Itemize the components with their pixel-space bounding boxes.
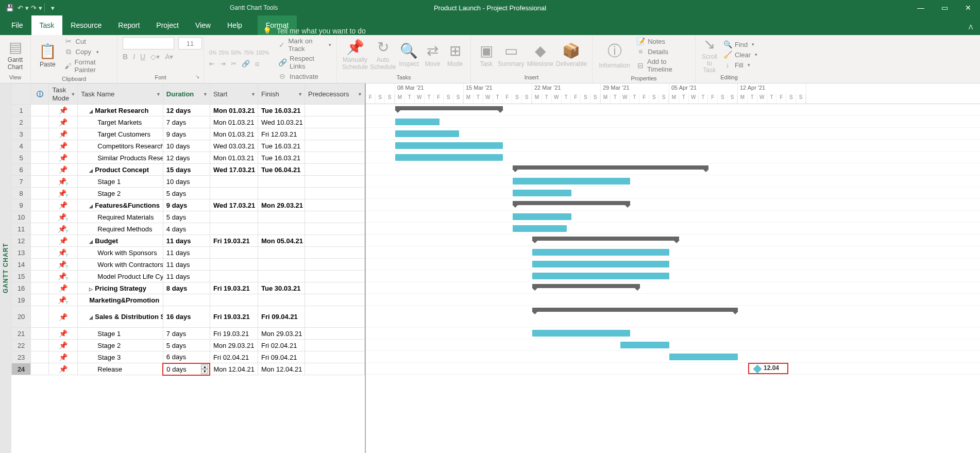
task-name-cell[interactable]: Stage 2: [78, 188, 163, 199]
start-cell[interactable]: Mon 12.04.21: [210, 363, 258, 375]
mode-button[interactable]: ⊞Mode: [445, 38, 465, 72]
font-size-select[interactable]: 11: [178, 37, 202, 49]
duration-cell[interactable]: 11 days: [163, 271, 210, 282]
chevron-down-icon[interactable]: ▼: [156, 92, 161, 97]
predecessors-cell[interactable]: [305, 282, 365, 294]
row-number[interactable]: 8: [12, 188, 31, 199]
predecessors-cell[interactable]: [305, 363, 365, 375]
duration-cell[interactable]: 4 days: [163, 223, 210, 235]
underline-button[interactable]: U: [140, 53, 145, 61]
task-mode-cell[interactable]: 📌: [49, 164, 78, 176]
task-name-cell[interactable]: Marketing&Promotion: [78, 294, 163, 306]
chevron-down-icon[interactable]: ▼: [203, 92, 208, 97]
row-number[interactable]: 16: [12, 282, 31, 294]
start-cell[interactable]: Mon 01.03.21: [210, 116, 258, 128]
row-number[interactable]: 23: [12, 351, 31, 363]
start-cell[interactable]: Mon 01.03.21: [210, 105, 258, 116]
task-name-cell[interactable]: Release: [78, 363, 163, 375]
task-bar[interactable]: [395, 130, 459, 137]
table-row[interactable]: 1📌Market Research12 daysMon 01.03.21Tue …: [12, 105, 365, 116]
task-bar[interactable]: [513, 178, 630, 184]
summary-bar[interactable]: [513, 201, 630, 205]
task-mode-cell[interactable]: 📌: [49, 235, 78, 247]
task-name-cell[interactable]: Required Methods: [78, 223, 163, 235]
task-bar[interactable]: [669, 354, 738, 360]
tab-resource[interactable]: Resource: [62, 15, 110, 35]
respect-links-button[interactable]: 🔗Respect Links: [278, 55, 331, 70]
task-mode-cell[interactable]: 📌: [49, 223, 78, 235]
finish-cell[interactable]: [258, 259, 305, 271]
start-cell[interactable]: [210, 259, 258, 271]
duration-cell[interactable]: 6 days: [163, 351, 210, 363]
col-duration[interactable]: Duration▼: [163, 84, 210, 105]
predecessors-cell[interactable]: [305, 259, 365, 271]
col-indicator[interactable]: ⓘ: [31, 84, 49, 105]
duration-cell[interactable]: 15 days: [163, 164, 210, 176]
gantt-chart-button[interactable]: ▤Gantt Chart: [5, 38, 25, 72]
predecessors-cell[interactable]: [305, 306, 365, 328]
duration-cell[interactable]: 7 days: [163, 116, 210, 128]
select-all-cell[interactable]: [12, 84, 31, 105]
finish-cell[interactable]: [258, 211, 305, 223]
predecessors-cell[interactable]: [305, 340, 365, 351]
task-bar[interactable]: [513, 213, 571, 220]
start-cell[interactable]: [210, 176, 258, 188]
task-name-cell[interactable]: Market Research: [78, 105, 163, 116]
predecessors-cell[interactable]: [305, 105, 365, 116]
start-cell[interactable]: Wed 17.03.21: [210, 199, 258, 211]
task-mode-cell[interactable]: 📌: [49, 188, 78, 199]
restore-button[interactable]: ▭: [933, 0, 956, 15]
task-bar[interactable]: [532, 273, 669, 279]
duration-cell[interactable]: 10 days: [163, 176, 210, 188]
close-button[interactable]: ✕: [956, 0, 980, 15]
row-number[interactable]: 4: [12, 140, 31, 152]
predecessors-cell[interactable]: [305, 176, 365, 188]
task-mode-cell[interactable]: 📌: [49, 199, 78, 211]
fill-color-button[interactable]: ◇▾: [150, 53, 160, 61]
start-cell[interactable]: Fri 02.04.21: [210, 351, 258, 363]
task-mode-cell[interactable]: 📌: [49, 328, 78, 340]
task-name-cell[interactable]: Similar Products Research: [78, 152, 163, 164]
duration-cell[interactable]: 11 days: [163, 259, 210, 271]
table-row[interactable]: 7📌Stage 110 days: [12, 176, 365, 188]
task-mode-cell[interactable]: 📌: [49, 105, 78, 116]
insert-task-button[interactable]: ▣Task: [476, 38, 497, 72]
duration-cell[interactable]: 8 days: [163, 282, 210, 294]
undo-icon[interactable]: ↶ ▾: [16, 1, 30, 14]
font-dialog-launcher[interactable]: ↘: [195, 74, 199, 79]
predecessors-cell[interactable]: [305, 271, 365, 282]
predecessors-cell[interactable]: [305, 223, 365, 235]
task-name-cell[interactable]: Competitors Research: [78, 140, 163, 152]
table-row[interactable]: 14📌Work with Contractors11 days: [12, 259, 365, 271]
task-bar[interactable]: [532, 330, 630, 337]
finish-cell[interactable]: [258, 271, 305, 282]
row-number[interactable]: 14: [12, 259, 31, 271]
table-row[interactable]: 6📌Product Concept15 daysWed 17.03.21Tue …: [12, 164, 365, 176]
save-icon[interactable]: 💾: [3, 1, 16, 14]
unlink-button[interactable]: ⧈: [255, 60, 259, 68]
row-number[interactable]: 24: [12, 363, 31, 375]
tab-help[interactable]: Help: [219, 15, 250, 35]
row-number[interactable]: 3: [12, 128, 31, 140]
task-name-cell[interactable]: Stage 2: [78, 340, 163, 351]
start-cell[interactable]: Mon 01.03.21: [210, 128, 258, 140]
paste-button[interactable]: 📋Paste: [36, 39, 59, 73]
spinner-control[interactable]: ▲▼: [201, 364, 208, 374]
start-cell[interactable]: Wed 03.03.21: [210, 140, 258, 152]
task-mode-cell[interactable]: 📌: [49, 351, 78, 363]
table-row[interactable]: 20📌Sales & Distribution Strategy16 daysF…: [12, 306, 365, 328]
outdent-button[interactable]: ⇤: [209, 60, 215, 68]
duration-cell[interactable]: 11 days: [163, 235, 210, 247]
duration-cell[interactable]: 10 days: [163, 140, 210, 152]
split-button[interactable]: ✂: [231, 60, 236, 68]
finish-cell[interactable]: Mon 29.03.21: [258, 199, 305, 211]
task-bar[interactable]: [395, 119, 440, 125]
table-row[interactable]: 3📌Target Customers9 daysMon 01.03.21Fri …: [12, 128, 365, 140]
task-mode-cell[interactable]: 📌: [49, 152, 78, 164]
task-name-cell[interactable]: Stage 1: [78, 176, 163, 188]
summary-bar[interactable]: [532, 308, 738, 312]
row-number[interactable]: 5: [12, 152, 31, 164]
row-number[interactable]: 22: [12, 340, 31, 351]
start-cell[interactable]: [210, 211, 258, 223]
font-family-select[interactable]: [123, 37, 174, 49]
